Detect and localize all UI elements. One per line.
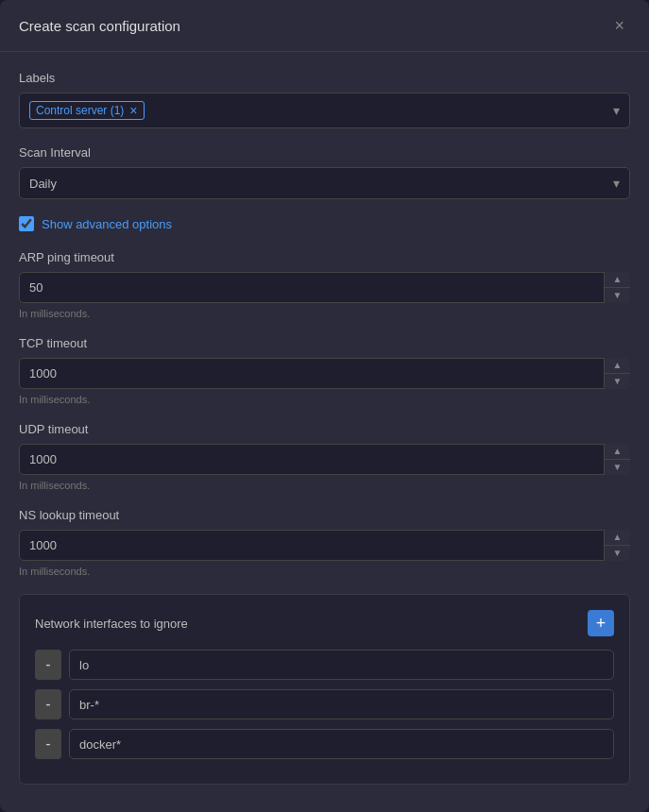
labels-input[interactable]: Control server (1) × ▾ bbox=[19, 93, 630, 128]
tag-text: Control server (1) bbox=[36, 104, 124, 117]
tcp-timeout-input[interactable] bbox=[19, 358, 630, 389]
tcp-timeout-up[interactable]: ▲ bbox=[604, 358, 630, 374]
ns-lookup-timeout-spinners: ▲ ▼ bbox=[604, 530, 630, 561]
udp-timeout-label: UDP timeout bbox=[19, 422, 630, 436]
arp-ping-timeout-hint: In milliseconds. bbox=[19, 308, 630, 319]
udp-timeout-input[interactable] bbox=[19, 444, 630, 475]
create-scan-modal: Create scan configuration × Labels Contr… bbox=[0, 0, 649, 812]
ns-lookup-timeout-wrapper: ▲ ▼ bbox=[19, 530, 630, 561]
scan-interval-select[interactable]: Daily ▾ bbox=[19, 167, 630, 199]
ns-lookup-timeout-hint: In milliseconds. bbox=[19, 566, 630, 577]
tcp-timeout-down[interactable]: ▼ bbox=[604, 374, 630, 389]
udp-timeout-down[interactable]: ▼ bbox=[604, 460, 630, 475]
tcp-timeout-wrapper: ▲ ▼ bbox=[19, 358, 630, 389]
remove-interface-2-button[interactable]: - bbox=[35, 729, 61, 759]
udp-timeout-group: UDP timeout ▲ ▼ In milliseconds. bbox=[19, 422, 630, 491]
arp-ping-timeout-spinners: ▲ ▼ bbox=[604, 272, 630, 303]
ns-lookup-timeout-label: NS lookup timeout bbox=[19, 508, 630, 522]
udp-timeout-hint: In milliseconds. bbox=[19, 480, 630, 491]
add-interface-button[interactable]: + bbox=[588, 610, 614, 636]
advanced-options-label[interactable]: Show advanced options bbox=[42, 217, 172, 231]
modal-header: Create scan configuration × bbox=[0, 0, 649, 52]
arp-ping-timeout-label: ARP ping timeout bbox=[19, 250, 630, 264]
ns-lookup-timeout-input[interactable] bbox=[19, 530, 630, 561]
udp-timeout-wrapper: ▲ ▼ bbox=[19, 444, 630, 475]
udp-timeout-up[interactable]: ▲ bbox=[604, 444, 630, 460]
interface-row-2: - bbox=[35, 729, 614, 759]
interface-row-1: - bbox=[35, 689, 614, 719]
advanced-options-checkbox[interactable] bbox=[19, 216, 34, 231]
ns-lookup-timeout-down[interactable]: ▼ bbox=[604, 546, 630, 561]
arp-ping-timeout-down[interactable]: ▼ bbox=[604, 288, 630, 303]
tcp-timeout-label: TCP timeout bbox=[19, 336, 630, 350]
labels-group: Labels Control server (1) × ▾ bbox=[19, 71, 630, 128]
arp-ping-timeout-up[interactable]: ▲ bbox=[604, 272, 630, 288]
network-interfaces-section: Network interfaces to ignore + - - - bbox=[19, 594, 630, 785]
scan-interval-value: Daily bbox=[29, 177, 57, 191]
ns-lookup-timeout-group: NS lookup timeout ▲ ▼ In milliseconds. bbox=[19, 508, 630, 577]
tcp-timeout-group: TCP timeout ▲ ▼ In milliseconds. bbox=[19, 336, 630, 405]
network-interfaces-header: Network interfaces to ignore + bbox=[35, 610, 614, 636]
advanced-options-toggle: Show advanced options bbox=[19, 216, 630, 231]
arp-ping-timeout-group: ARP ping timeout ▲ ▼ In milliseconds. bbox=[19, 250, 630, 319]
tag-chip: Control server (1) × bbox=[29, 101, 145, 120]
interface-row-0: - bbox=[35, 650, 614, 680]
ns-lookup-timeout-up[interactable]: ▲ bbox=[604, 530, 630, 546]
remove-interface-0-button[interactable]: - bbox=[35, 650, 61, 680]
scan-interval-chevron-icon: ▾ bbox=[613, 176, 620, 191]
tcp-timeout-hint: In milliseconds. bbox=[19, 394, 630, 405]
modal-body: Labels Control server (1) × ▾ Scan Inter… bbox=[0, 52, 649, 804]
arp-ping-timeout-wrapper: ▲ ▼ bbox=[19, 272, 630, 303]
scan-interval-group: Scan Interval Daily ▾ bbox=[19, 145, 630, 199]
arp-ping-timeout-input[interactable] bbox=[19, 272, 630, 303]
labels-label: Labels bbox=[19, 71, 630, 85]
tcp-timeout-spinners: ▲ ▼ bbox=[604, 358, 630, 389]
interface-input-1[interactable] bbox=[69, 689, 614, 719]
close-button[interactable]: × bbox=[608, 15, 630, 36]
interface-input-2[interactable] bbox=[69, 729, 614, 759]
labels-chevron-icon: ▾ bbox=[613, 103, 620, 118]
interface-input-0[interactable] bbox=[69, 650, 614, 680]
scan-interval-label: Scan Interval bbox=[19, 145, 630, 160]
remove-interface-1-button[interactable]: - bbox=[35, 689, 61, 719]
udp-timeout-spinners: ▲ ▼ bbox=[604, 444, 630, 475]
tag-remove-button[interactable]: × bbox=[129, 104, 137, 117]
network-interfaces-title: Network interfaces to ignore bbox=[35, 617, 188, 631]
modal-title: Create scan configuration bbox=[19, 18, 180, 34]
